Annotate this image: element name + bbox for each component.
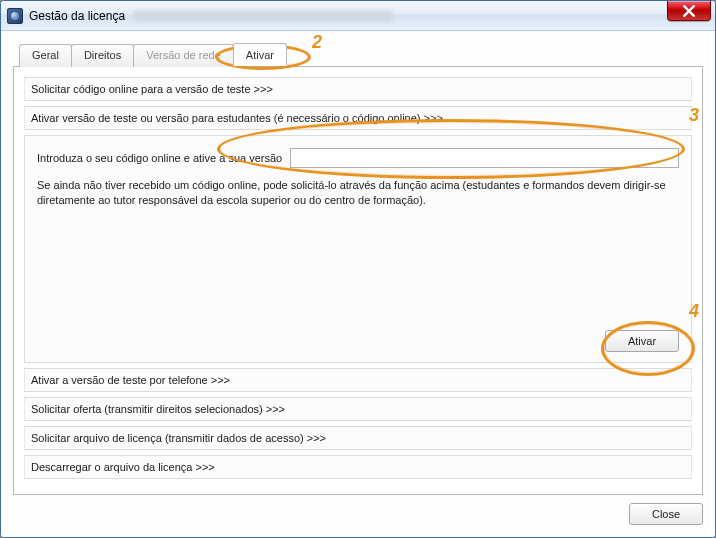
tab-panel-ativar: Solicitar código online para a versão de… (13, 66, 703, 495)
tab-ativar[interactable]: Ativar (233, 43, 287, 66)
activation-hint: Se ainda não tiver recebido um código on… (37, 178, 679, 208)
window-title: Gestão da licença (29, 9, 125, 23)
close-icon (683, 5, 695, 17)
online-code-input[interactable] (290, 148, 679, 168)
close-button[interactable]: Close (629, 503, 703, 525)
client-area: Geral Direitos Versão de rede Ativar Sol… (1, 31, 715, 537)
tab-geral[interactable]: Geral (19, 44, 72, 67)
license-management-window: Gestão da licença Geral Direitos Versão … (0, 0, 716, 538)
tab-versao-rede[interactable]: Versão de rede (133, 44, 234, 67)
link-request-license-file[interactable]: Solicitar arquivo de licença (transmitir… (24, 426, 692, 450)
tab-direitos[interactable]: Direitos (71, 44, 134, 67)
activate-button-row: Ativar (37, 330, 679, 352)
code-field-row: Introduza o seu código online e ative a … (37, 148, 679, 168)
link-activate-trial-student[interactable]: Ativar versão de teste ou versão para es… (24, 106, 692, 130)
app-icon (7, 8, 23, 24)
link-download-license-file[interactable]: Descarregar o arquivo da licença >>> (24, 455, 692, 479)
window-close-button[interactable] (667, 1, 711, 21)
link-request-offer[interactable]: Solicitar oferta (transmitir direitos se… (24, 397, 692, 421)
link-request-online-code[interactable]: Solicitar código online para a versão de… (24, 77, 692, 101)
code-field-label: Introduza o seu código online e ative a … (37, 152, 282, 164)
activate-button[interactable]: Ativar (605, 330, 679, 352)
title-blurred-suffix (133, 10, 393, 22)
spacer (37, 208, 679, 328)
titlebar: Gestão da licença (1, 1, 715, 31)
activation-block: Introduza o seu código online e ative a … (24, 135, 692, 363)
dialog-button-bar: Close (13, 495, 703, 525)
link-activate-by-phone[interactable]: Ativar a versão de teste por telefone >>… (24, 368, 692, 392)
tab-row: Geral Direitos Versão de rede Ativar (13, 43, 703, 66)
